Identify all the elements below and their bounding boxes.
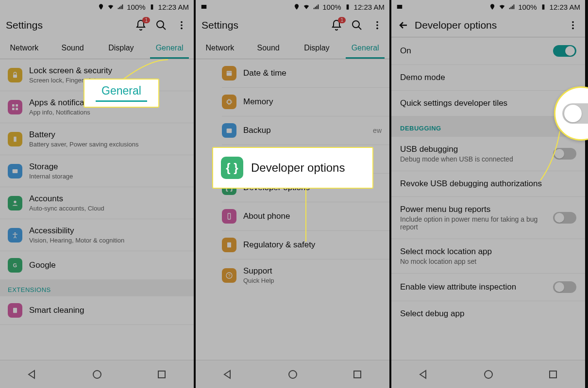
- developer-options-list[interactable]: On Demo mode Quick settings developer ti…: [391, 37, 585, 360]
- nav-bar: [0, 360, 194, 388]
- settings-list[interactable]: Date & time Memory Backupew Reset { }Dev…: [196, 59, 389, 358]
- recents-icon[interactable]: [547, 369, 559, 380]
- row-battery[interactable]: BatteryBattery saver, Power saving exclu…: [0, 123, 194, 155]
- row-mock-location[interactable]: Select mock location appNo mock location…: [391, 239, 585, 274]
- notif-badge: 1: [142, 17, 150, 23]
- row-storage[interactable]: StorageInternal storage: [0, 155, 194, 187]
- google-icon: G: [8, 258, 22, 273]
- tab-display[interactable]: Display: [293, 37, 341, 59]
- location-icon: [98, 3, 104, 10]
- home-icon[interactable]: [91, 369, 103, 380]
- overflow-icon[interactable]: [567, 19, 579, 32]
- toggle-power-bug[interactable]: [553, 212, 576, 224]
- svg-rect-32: [354, 371, 361, 378]
- row-power-bug-reports[interactable]: Power menu bug reportsInclude option in …: [391, 197, 585, 239]
- row-memory[interactable]: Memory: [222, 88, 389, 116]
- row-accounts[interactable]: AccountsAuto-sync accounts, Cloud: [0, 187, 194, 219]
- toggle-on[interactable]: [553, 45, 576, 57]
- accessibility-icon: [8, 228, 22, 242]
- search-icon[interactable]: [155, 19, 168, 32]
- svg-point-4: [181, 28, 183, 30]
- tab-network[interactable]: Network: [0, 37, 49, 59]
- recents-icon[interactable]: [156, 369, 168, 380]
- back-arrow-icon[interactable]: [397, 19, 410, 32]
- signal-icon: [508, 3, 515, 10]
- notif-badge: 1: [338, 17, 346, 23]
- battery-pct: 100%: [518, 3, 537, 11]
- row-demo-mode[interactable]: Demo mode: [391, 65, 585, 91]
- row-regulatory[interactable]: Regulatory & safety: [222, 231, 389, 259]
- support-icon: ?: [222, 268, 236, 283]
- tabs: Network Sound Display General: [196, 37, 389, 59]
- phone-screen-1: 100% 12:23 AM Settings 1 Network Sound D…: [0, 0, 196, 388]
- phone-screen-3: 100% 12:23 AM Developer options On Demo …: [391, 0, 587, 388]
- row-backup[interactable]: Backupew: [222, 116, 389, 145]
- signal-icon: [313, 3, 319, 10]
- svg-text:?: ?: [228, 273, 230, 278]
- row-smart-cleaning[interactable]: Smart cleaning: [0, 296, 194, 325]
- svg-rect-7: [16, 104, 18, 107]
- row-google[interactable]: GGoogle: [0, 251, 194, 279]
- notifications-icon[interactable]: 1: [134, 19, 147, 32]
- svg-rect-11: [13, 169, 18, 173]
- back-icon[interactable]: [222, 369, 234, 380]
- back-icon[interactable]: [418, 369, 430, 380]
- svg-point-37: [572, 28, 574, 30]
- row-on[interactable]: On: [391, 37, 585, 65]
- row-usb-debugging[interactable]: USB debuggingDebug mode when USB is conn…: [391, 137, 585, 171]
- about-phone-icon: [222, 209, 236, 224]
- tab-general[interactable]: General: [341, 37, 389, 59]
- tab-display[interactable]: Display: [97, 37, 146, 59]
- battery-row-icon: [8, 132, 22, 146]
- clock: 12:23 AM: [354, 3, 385, 11]
- row-accessibility[interactable]: AccessibilityVision, Hearing, Motor & co…: [0, 219, 194, 251]
- svg-point-22: [376, 24, 378, 26]
- svg-point-1: [157, 21, 164, 28]
- home-icon[interactable]: [287, 369, 299, 380]
- notifications-icon[interactable]: 1: [330, 19, 343, 32]
- svg-point-35: [572, 21, 574, 23]
- svg-point-16: [93, 371, 101, 378]
- nav-bar: [196, 360, 389, 388]
- svg-rect-9: [16, 108, 18, 110]
- toggle-view-attr[interactable]: [553, 281, 576, 293]
- tab-sound[interactable]: Sound: [49, 37, 97, 59]
- search-icon[interactable]: [351, 19, 363, 32]
- row-select-debug-app[interactable]: Select debug app: [391, 301, 585, 326]
- wifi-icon: [499, 3, 505, 10]
- title-bar: Developer options: [391, 14, 585, 37]
- overflow-icon[interactable]: [175, 19, 188, 32]
- svg-rect-6: [12, 104, 15, 107]
- wifi-icon: [303, 3, 310, 10]
- apps-icon: [8, 100, 22, 114]
- row-view-attribute[interactable]: Enable view attribute inspection: [391, 274, 585, 301]
- status-bar: 100% 12:23 AM: [0, 0, 194, 14]
- section-extensions: EXTENSIONS: [0, 279, 194, 296]
- back-icon[interactable]: [27, 369, 38, 380]
- toggle-usb-debugging[interactable]: [553, 148, 576, 160]
- tab-general[interactable]: General: [145, 37, 194, 59]
- svg-point-12: [14, 200, 16, 203]
- overflow-icon[interactable]: [371, 19, 384, 32]
- regulatory-icon: [222, 238, 236, 252]
- battery-icon: [344, 3, 351, 10]
- row-revoke-usb[interactable]: Revoke USB debugging authorizations: [391, 171, 585, 197]
- home-icon[interactable]: [483, 369, 494, 380]
- svg-rect-25: [228, 100, 231, 104]
- svg-rect-26: [227, 129, 232, 133]
- row-support[interactable]: ?SupportQuick Help: [222, 259, 389, 291]
- row-about-phone[interactable]: About phone: [222, 202, 389, 231]
- tab-network[interactable]: Network: [196, 37, 244, 59]
- svg-point-13: [15, 232, 16, 234]
- row-date-time[interactable]: Date & time: [222, 59, 389, 88]
- tabs: Network Sound Display General: [0, 37, 194, 59]
- svg-rect-18: [202, 5, 207, 9]
- backup-partial: ew: [373, 127, 382, 134]
- page-title: Developer options: [415, 19, 497, 31]
- svg-rect-33: [397, 5, 403, 9]
- screenshot-icon: [396, 3, 403, 10]
- clock: 12:23 AM: [550, 3, 580, 11]
- memory-icon: [222, 95, 236, 109]
- recents-icon[interactable]: [352, 369, 363, 380]
- tab-sound[interactable]: Sound: [244, 37, 293, 59]
